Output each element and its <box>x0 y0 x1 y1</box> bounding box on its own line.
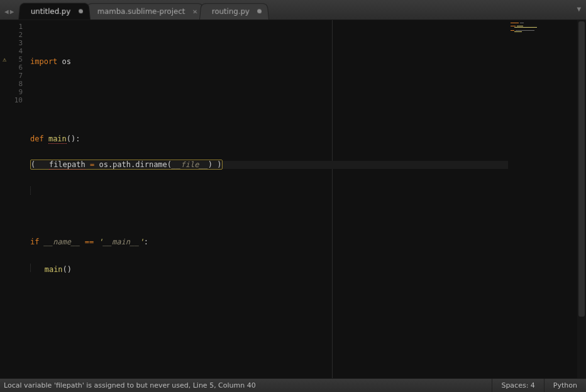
line-number: 3 <box>9 39 26 47</box>
line-number: 8 <box>9 80 26 88</box>
line-number: 9 <box>9 88 26 96</box>
line-number: 10 <box>9 96 26 104</box>
line-number: 6 <box>9 63 26 72</box>
vertical-scrollbar[interactable] <box>577 20 586 378</box>
tab-title: routing.py <box>212 8 250 16</box>
editor[interactable]: ⚠ 1 2 3 4 5 6 7 8 9 10 import os def mai… <box>0 20 586 378</box>
code-area[interactable]: import os def main(): ( filepath = os.pa… <box>26 20 508 378</box>
app-root: ◀ ▶ untitled.py mamba.sublime-project ✕ … <box>0 0 586 392</box>
code-line[interactable]: def main(): <box>30 135 508 143</box>
status-syntax[interactable]: Python <box>544 379 586 392</box>
status-indentation[interactable]: Spaces: 4 <box>492 379 543 392</box>
tab-overflow-icon[interactable]: ▼ <box>577 5 581 13</box>
code-line[interactable] <box>30 187 508 195</box>
tab-untitled-py[interactable]: untitled.py <box>18 3 91 19</box>
ruler <box>332 20 333 378</box>
tab-routing-py[interactable]: routing.py <box>199 3 269 19</box>
dirty-indicator-icon[interactable] <box>79 9 83 13</box>
line-number: 7 <box>9 72 26 80</box>
lint-warning-icon[interactable]: ⚠ <box>0 55 9 63</box>
status-bar: Local variable 'filepath' is assigned to… <box>0 378 586 392</box>
tab-mamba-sublime-project[interactable]: mamba.sublime-project ✕ <box>84 3 206 19</box>
code-line[interactable]: import os <box>30 58 508 66</box>
line-number: 1 <box>9 23 26 31</box>
close-icon[interactable]: ✕ <box>192 9 198 14</box>
code-line[interactable]: if __name__ == '__main__': <box>30 238 508 246</box>
tab-bar: ◀ ▶ untitled.py mamba.sublime-project ✕ … <box>0 0 586 20</box>
tab-title: untitled.py <box>31 7 70 15</box>
nav-back-icon[interactable]: ◀ <box>4 8 9 16</box>
code-line[interactable] <box>30 84 508 92</box>
minimap[interactable] <box>508 20 577 378</box>
line-number: 5 <box>9 55 26 63</box>
scrollbar-thumb[interactable] <box>578 21 585 317</box>
tab-title: mamba.sublime-project <box>97 8 185 16</box>
code-line[interactable] <box>30 290 508 298</box>
nav-forward-icon[interactable]: ▶ <box>10 8 14 16</box>
tab-history-nav: ◀ ▶ <box>0 8 18 19</box>
code-line[interactable]: main() <box>30 264 508 272</box>
code-line[interactable] <box>30 109 508 117</box>
code-line-active[interactable]: ( filepath = os.path.dirname(__file__) ) <box>30 161 508 169</box>
code-line[interactable] <box>30 212 508 220</box>
line-number-gutter: 1 2 3 4 5 6 7 8 9 10 <box>9 20 26 378</box>
status-lint-message[interactable]: Local variable 'filepath' is assigned to… <box>0 381 492 389</box>
line-number: 4 <box>9 47 26 55</box>
gutter-marks: ⚠ <box>0 20 9 378</box>
line-number: 2 <box>9 31 26 39</box>
dirty-indicator-icon[interactable] <box>257 9 262 14</box>
